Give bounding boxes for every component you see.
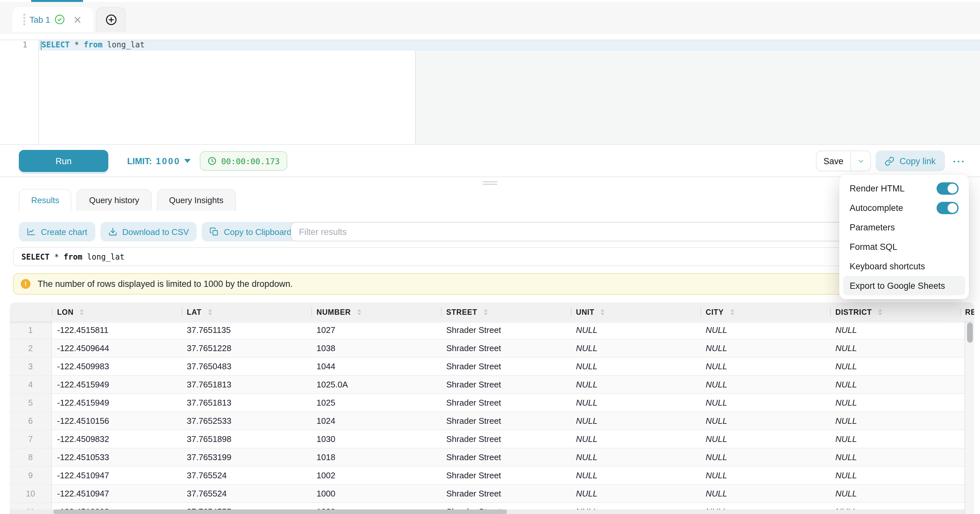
vertical-scrollbar[interactable] [964, 321, 974, 514]
plus-circle-icon [105, 14, 117, 26]
line-number: 1 [0, 40, 38, 50]
close-icon[interactable] [73, 15, 82, 24]
copy-clipboard-button[interactable]: Copy to Clipboard [202, 222, 299, 241]
table-row: 8-122.451053337.76531991018Shrader Stree… [10, 449, 974, 467]
query-toolbar: Run LIMIT: 1000 00:00:00.173 Save Copy l… [0, 145, 980, 177]
results-tab-results[interactable]: Results [19, 189, 72, 211]
column-header-district[interactable]: DISTRICT [830, 302, 960, 321]
table-cell: NULL [830, 485, 960, 502]
row-number-cell: 5 [10, 394, 52, 412]
table-cell: NULL [700, 467, 830, 484]
save-button[interactable]: Save [816, 151, 850, 171]
column-header-number[interactable]: NUMBER [311, 302, 441, 321]
menu-item-label: Autocomplete [850, 203, 903, 212]
row-number-cell: 1 [10, 321, 52, 339]
table-cell: -122.4510947 [52, 467, 181, 484]
menu-item-render-html[interactable]: Render HTML [843, 179, 965, 198]
limit-value: 1000 [156, 156, 181, 166]
menu-item-format-sql[interactable]: Format SQL [843, 237, 965, 256]
column-header-lat[interactable]: LAT [181, 302, 311, 321]
menu-item-export-to-google-sheets[interactable]: Export to Google Sheets [843, 276, 965, 295]
new-tab-button[interactable] [96, 7, 126, 32]
table-cell: 1002 [311, 467, 441, 484]
sort-icon[interactable] [357, 309, 361, 315]
download-csv-button[interactable]: Download to CSV [100, 222, 197, 241]
sort-icon[interactable] [730, 309, 734, 315]
sort-icon[interactable] [80, 309, 84, 315]
results-tab-query-insights[interactable]: Query Insights [157, 189, 236, 211]
table-cell: NULL [571, 485, 700, 502]
copy-link-button[interactable]: Copy link [876, 150, 945, 171]
table-cell: 1024 [311, 412, 441, 429]
results-table: LONLATNUMBERSTREETUNITCITYDISTRICTRE 1-1… [10, 302, 974, 514]
limit-label: LIMIT: [127, 156, 152, 166]
vertical-scrollbar-thumb[interactable] [967, 322, 973, 343]
table-cell: Shrader Street [441, 339, 571, 357]
table-cell: -122.4515949 [52, 376, 181, 393]
column-header-unit[interactable]: UNIT [571, 302, 700, 321]
grip-dots-icon[interactable] [23, 14, 25, 25]
table-cell: NULL [830, 376, 960, 393]
menu-item-label: Render HTML [850, 184, 905, 193]
editor-tab-bar [0, 2, 980, 34]
editor-gutter: 1 [0, 40, 39, 144]
column-header-label: NUMBER [317, 308, 351, 316]
column-header-re[interactable]: RE [960, 302, 974, 321]
table-cell: NULL [700, 449, 830, 466]
menu-item-parameters[interactable]: Parameters [843, 217, 965, 237]
menu-item-label: Parameters [850, 222, 895, 232]
create-chart-button[interactable]: Create chart [19, 222, 95, 241]
column-header-label: LAT [187, 308, 201, 316]
warning-icon: ! [21, 279, 30, 289]
table-cell: NULL [571, 430, 700, 448]
column-header-city[interactable]: CITY [700, 302, 830, 321]
table-row: 10-122.451094737.7655241000Shrader Stree… [10, 485, 974, 503]
create-chart-label: Create chart [41, 227, 87, 236]
limit-dropdown[interactable]: LIMIT: 1000 [127, 145, 191, 177]
sort-icon[interactable] [878, 309, 882, 315]
table-cell: NULL [571, 467, 700, 484]
table-row: 6-122.451015637.76525331024Shrader Stree… [10, 412, 974, 430]
query-timer-badge: 00:00:00.173 [200, 151, 288, 171]
menu-item-keyboard-shortcuts[interactable]: Keyboard shortcuts [843, 256, 965, 276]
results-actions: Create chart Download to CSV Copy to Cli… [19, 222, 299, 241]
toggle-switch-on[interactable] [937, 182, 959, 195]
row-number-cell: 6 [10, 412, 52, 429]
table-cell: NULL [830, 467, 960, 484]
column-header-street[interactable]: STREET [441, 302, 571, 321]
tab-editor-tab1[interactable]: Tab 1 [12, 7, 93, 32]
panel-resize-handle[interactable] [482, 181, 498, 185]
table-cell: Shrader Street [441, 430, 571, 448]
table-cell: Shrader Street [441, 449, 571, 466]
table-cell: Shrader Street [441, 412, 571, 429]
column-header-lon[interactable]: LON [52, 302, 181, 321]
table-cell: 37.7650483 [181, 358, 311, 375]
timer-value: 00:00:00.173 [221, 156, 280, 166]
table-row: 7-122.450983237.76518981030Shrader Stree… [10, 430, 974, 449]
sort-icon[interactable] [484, 309, 488, 315]
toggle-switch-on[interactable] [937, 201, 959, 214]
table-cell: -122.4510533 [52, 449, 181, 466]
table-cell: 1038 [311, 339, 441, 357]
chevron-down-icon [185, 159, 191, 163]
table-cell: NULL [571, 394, 700, 412]
sort-icon[interactable] [601, 309, 605, 315]
save-options-button[interactable] [850, 151, 870, 171]
more-options-button[interactable]: ··· [950, 150, 969, 171]
download-icon [108, 227, 117, 236]
table-cell: Shrader Street [441, 358, 571, 375]
sort-icon[interactable] [208, 309, 212, 315]
table-cell: 37.7651135 [181, 321, 311, 339]
warning-text: The number of rows displayed is limited … [38, 279, 293, 289]
more-options-menu: Render HTMLAutocompleteParametersFormat … [839, 175, 969, 299]
menu-item-autocomplete[interactable]: Autocomplete [843, 198, 965, 217]
horizontal-scrollbar-thumb[interactable] [53, 509, 507, 514]
table-cell: NULL [571, 449, 700, 466]
download-csv-label: Download to CSV [122, 227, 189, 236]
menu-item-label: Format SQL [850, 242, 897, 252]
code-editor[interactable]: 1 SELECT * from long_lat [0, 40, 980, 145]
run-button[interactable]: Run [19, 150, 108, 172]
horizontal-scrollbar[interactable] [10, 509, 964, 514]
table-body: 1-122.451581137.76511351027Shrader Stree… [10, 321, 974, 514]
results-tab-query-history[interactable]: Query history [77, 189, 152, 211]
